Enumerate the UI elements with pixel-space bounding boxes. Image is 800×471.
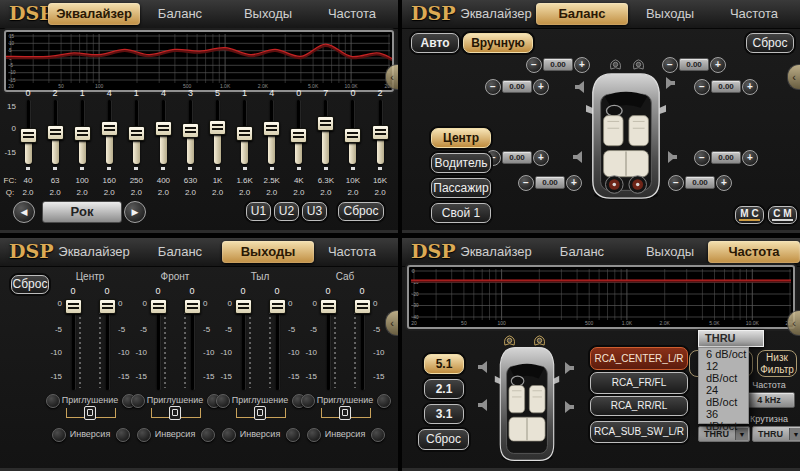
output-slider-handle[interactable] [354,299,371,314]
level-plus-button[interactable]: + [742,79,758,95]
output-slider-handle[interactable] [65,299,82,314]
preset-prev-button[interactable]: ◀ [13,201,35,223]
slope-dropdown-option-1[interactable]: 6 dB/oct [699,348,748,360]
output-slider-handle[interactable] [235,299,252,314]
tab-outputs[interactable]: Выходы [222,3,314,25]
mode-button-3-1[interactable]: 3.1 [424,404,464,424]
tab-frequency[interactable]: Частота [708,3,800,25]
tab-frequency[interactable]: Частота [306,241,398,263]
rca-button-1[interactable]: RCA_CENTER_L/R [590,347,688,370]
tab-equalizer[interactable]: Эквалайзер [48,3,140,25]
mc-mode-button[interactable]: M C [735,206,764,224]
rca-button-2[interactable]: RCA_FR/FL [590,372,688,394]
level-plus-button[interactable]: + [533,150,549,166]
eq-reset-button[interactable]: Сброс [338,202,384,221]
band-slider-handle[interactable] [74,126,91,141]
band-slider-handle[interactable] [47,125,64,140]
mode-button-2-1[interactable]: 2.1 [424,379,464,399]
auto-button[interactable]: Авто [411,33,459,53]
slope-dropdown-option-2[interactable]: 12 dB/oct [699,360,748,384]
band-q-value: 2.0 [149,188,177,197]
output-slider-handle[interactable] [150,299,167,314]
tab-balance[interactable]: Баланс [134,241,226,263]
level-plus-button[interactable]: + [716,175,732,191]
band-slider-handle[interactable] [209,120,226,135]
level-minus-button[interactable]: − [662,57,678,73]
band-slider-handle[interactable] [317,116,334,131]
level-minus-button[interactable]: − [694,79,710,95]
level-plus-button[interactable]: + [574,57,590,73]
band-slider-handle[interactable] [263,121,280,136]
slope-dropdown-option-4[interactable]: 36 dB/oct [699,408,748,432]
tab-frequency[interactable]: Частота [708,241,800,263]
balance-preset-3[interactable]: Пассажир [431,178,491,198]
slope-select-low[interactable]: THRU▼ [752,426,800,442]
invert-toggle-right[interactable] [286,428,300,442]
band-gain-value: 4 [260,88,284,98]
band-slider-handle[interactable] [101,121,118,136]
tab-balance[interactable]: Баланс [134,3,226,25]
band-slider-handle[interactable] [290,128,307,143]
panel-pullout-handle[interactable]: ‹ [787,310,800,336]
frequency-reset-button[interactable]: Сброс [418,429,469,450]
output-slider-handle[interactable] [184,299,201,314]
band-gain-value: 2 [368,88,392,98]
link-lock-icon[interactable] [169,406,181,420]
balance-preset-1[interactable]: Центр [431,128,491,148]
slope-dropdown-selected[interactable]: THRU [698,330,764,347]
level-minus-button[interactable]: − [485,79,501,95]
manual-button[interactable]: Вручную [463,33,533,53]
level-minus-button[interactable]: − [694,150,710,166]
mute-toggle-right[interactable] [377,394,391,408]
level-plus-button[interactable]: + [566,175,582,191]
memory-button-u2[interactable]: U2 [274,202,299,221]
band-slider-handle[interactable] [372,125,389,140]
tab-frequency[interactable]: Частота [306,3,398,25]
preset-display[interactable]: Рок [42,201,122,223]
panel-pullout-handle[interactable]: ‹ [787,64,800,90]
level-plus-button[interactable]: + [710,57,726,73]
balance-preset-4[interactable]: Свой 1 [431,203,491,223]
tab-outputs[interactable]: Выходы [222,241,314,263]
cm-mode-button[interactable]: C M [768,206,797,224]
band-slider-handle[interactable] [236,126,253,141]
mode-button-5-1[interactable]: 5.1 [424,354,464,374]
output-slider-handle[interactable] [320,299,337,314]
slope-dropdown-option-3[interactable]: 24 dB/oct [699,384,748,408]
link-lock-icon[interactable] [339,406,351,420]
balance-reset-button[interactable]: Сброс [746,33,794,53]
tab-outputs[interactable]: Выходы [624,241,716,263]
level-minus-button[interactable]: − [668,175,684,191]
tab-equalizer[interactable]: Эквалайзер [48,241,140,263]
outputs-reset-button[interactable]: Сброс [11,275,49,294]
rca-button-4[interactable]: RCA_SUB_SW_L/R [590,421,688,443]
level-plus-button[interactable]: + [742,150,758,166]
low-filter-tab[interactable]: Низк Фильтр [757,350,797,377]
level-minus-button[interactable]: − [518,175,534,191]
band-slider-handle[interactable] [20,128,37,143]
band-slider-handle[interactable] [128,126,145,141]
output-scale-label: 0 [44,299,62,308]
invert-toggle-right[interactable] [201,428,215,442]
band-slider-handle[interactable] [155,121,172,136]
tab-equalizer[interactable]: Эквалайзер [450,3,542,25]
level-plus-button[interactable]: + [533,79,549,95]
rca-button-3[interactable]: RCA_RR/RL [590,396,688,416]
output-slider-handle[interactable] [269,299,286,314]
level-minus-button[interactable]: − [526,57,542,73]
band-slider-handle[interactable] [344,128,361,143]
output-slider-handle[interactable] [99,299,116,314]
tab-balance[interactable]: Баланс [536,3,628,25]
preset-next-button[interactable]: ▶ [124,201,146,223]
invert-toggle-right[interactable] [116,428,130,442]
memory-button-u1[interactable]: U1 [246,202,271,221]
link-lock-icon[interactable] [84,406,96,420]
balance-preset-2[interactable]: Водитель [431,153,491,173]
tab-equalizer[interactable]: Эквалайзер [450,241,542,263]
tab-balance[interactable]: Баланс [536,241,628,263]
invert-toggle-right[interactable] [371,428,385,442]
link-lock-icon[interactable] [254,406,266,420]
band-slider-handle[interactable] [182,123,199,138]
memory-button-u3[interactable]: U3 [302,202,327,221]
tab-outputs[interactable]: Выходы [624,3,716,25]
